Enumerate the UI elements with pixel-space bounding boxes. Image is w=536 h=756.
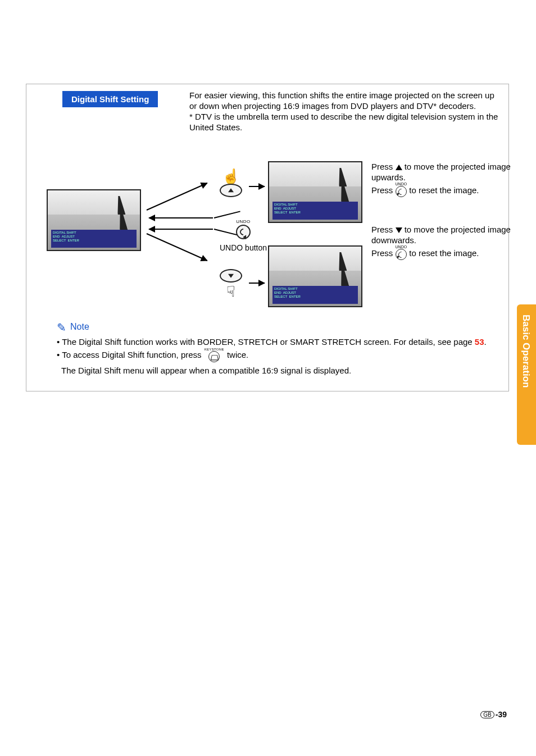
- hand-down-icon: ☟: [220, 284, 242, 299]
- down-button-icon: [220, 269, 242, 283]
- arrow-to-thumb-up: [249, 186, 265, 187]
- inline-keystone-icon: KEYSTONE: [205, 348, 224, 365]
- inline-undo-icon-2: UNDO: [396, 245, 407, 262]
- control-undo: UNDO UNDO button: [220, 215, 267, 252]
- undo-tiny-label: UNDO: [236, 219, 251, 224]
- arrow-reset-lower: [149, 229, 213, 230]
- osd-overlay-up: DIGITAL SHIFT END ADJUST SELECT ENTER: [272, 202, 358, 220]
- hand-up-icon: ☝: [220, 169, 242, 184]
- arrow-to-thumb-down: [249, 283, 265, 284]
- inline-undo-icon: UNDO: [396, 183, 407, 199]
- page-ref: 53: [475, 337, 484, 347]
- up-button-icon: [220, 184, 242, 197]
- side-tab-label: Basic Operation: [520, 315, 532, 388]
- osd-overlay-down: DIGITAL SHIFT END ADJUST SELECT ENTER: [272, 286, 358, 304]
- osd-overlay: DIGITAL SHIFT END ADJUST SELECT ENTER: [51, 230, 137, 248]
- intro-line1: For easier viewing, this function shifts…: [189, 90, 494, 111]
- arrow-to-up-button: [147, 183, 208, 211]
- intro-text: For easier viewing, this function shifts…: [189, 90, 504, 133]
- desc-down: Press to move the projected image downwa…: [371, 224, 512, 262]
- intro-footnote: * DTV is the umbrella term used to descr…: [189, 112, 498, 132]
- undo-button-icon: [236, 225, 251, 239]
- diagram: DIGITAL SHIFT END ADJUST SELECT ENTER DI…: [34, 161, 501, 313]
- page: Basic Operation Digital Shift Setting Fo…: [0, 0, 536, 756]
- desc-up: Press to move the projected image upward…: [371, 161, 512, 199]
- note-body: • The Digital Shift function works with …: [57, 336, 501, 376]
- projected-image-original: DIGITAL SHIFT END ADJUST SELECT ENTER: [47, 189, 141, 251]
- side-tab: Basic Operation: [517, 304, 536, 445]
- projected-image-shifted-up: DIGITAL SHIFT END ADJUST SELECT ENTER: [268, 161, 362, 223]
- section-title: Digital Shift Setting: [62, 91, 158, 107]
- control-down: ☟: [220, 269, 242, 299]
- note-pen-icon: ✎: [57, 321, 70, 334]
- down-triangle-icon: [396, 227, 402, 233]
- undo-label: UNDO button: [220, 243, 267, 252]
- arrow-reset-upper: [149, 217, 213, 218]
- up-triangle-icon: [396, 165, 402, 170]
- page-number: GB-39: [480, 710, 507, 719]
- content-frame: Digital Shift Setting For easier viewing…: [26, 84, 509, 391]
- control-up: ☝: [220, 169, 242, 199]
- right-description: Press to move the projected image upward…: [371, 161, 512, 262]
- note-heading: ✎Note: [57, 321, 501, 334]
- projected-image-shifted-down: DIGITAL SHIFT END ADJUST SELECT ENTER: [268, 245, 362, 307]
- arrow-to-down-button: [147, 233, 208, 261]
